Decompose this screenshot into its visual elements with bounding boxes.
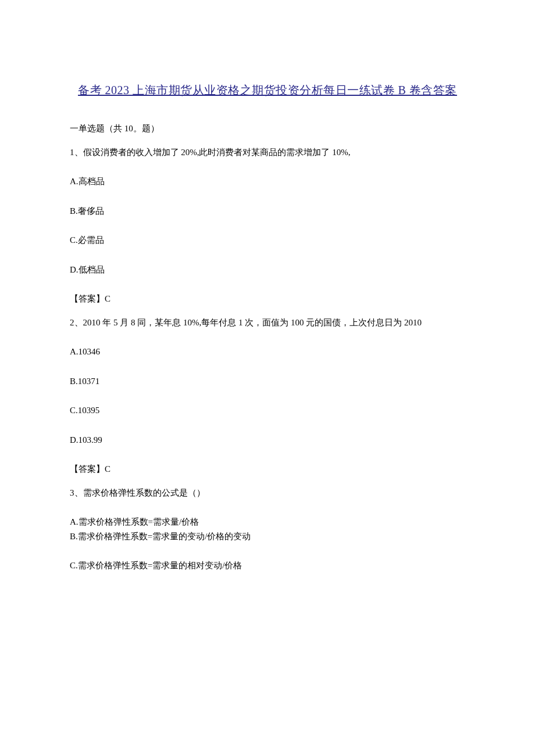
question-3-option-c: C.需求价格弹性系数=需求量的相对变动/价格 [70, 559, 465, 572]
question-3-option-b: B.需求价格弹性系数=需求量的变动/价格的变动 [70, 530, 465, 543]
question-1-answer: 【答案】C [70, 292, 465, 306]
document-page: 备考 2023 上海市期货从业资格之期货投资分析每日一练试卷 B 卷含答案 一单… [0, 0, 535, 756]
question-1-option-b: B.奢侈品 [70, 205, 465, 218]
question-1-prompt: 1、假设消费者的收入增加了 20%,此时消费者对某商品的需求增加了 10%, [70, 146, 465, 159]
question-1-option-d: D.低档品 [70, 263, 465, 277]
question-2-prompt: 2、2010 年 5 月 8 同，某年息 10%,每年付息 1 次，面值为 10… [70, 316, 465, 329]
question-1-option-c: C.必需品 [70, 234, 465, 247]
question-2-answer: 【答案】C [70, 463, 465, 476]
section-header: 一单选题（共 10。题） [70, 122, 465, 135]
question-3-prompt: 3、需求价格弹性系数的公式是（） [70, 486, 465, 500]
question-2-option-b: B.10371 [70, 375, 465, 388]
question-3-option-a: A.需求价格弹性系数=需求量/价格 [70, 515, 465, 529]
question-2-option-c: C.10395 [70, 404, 465, 417]
question-2-option-d: D.103.99 [70, 433, 465, 447]
question-1-option-a: A.高档品 [70, 175, 465, 188]
question-2-option-a: A.10346 [70, 345, 465, 359]
document-title: 备考 2023 上海市期货从业资格之期货投资分析每日一练试卷 B 卷含答案 [70, 81, 465, 99]
